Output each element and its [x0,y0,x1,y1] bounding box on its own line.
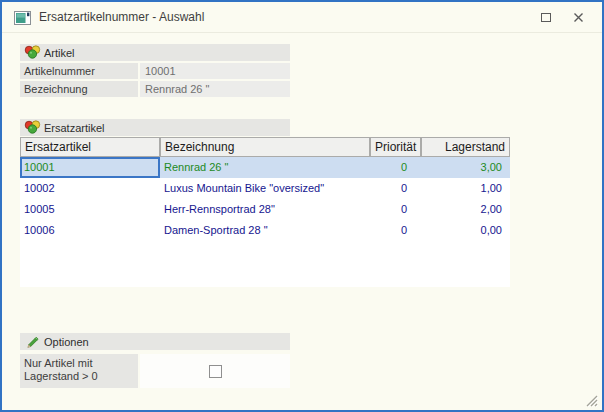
cell-bezeichnung[interactable]: Herr-Rennsportrad 28" [160,199,370,220]
maximize-icon [541,13,551,22]
column-header-lagerstand[interactable]: Lagerstand [421,137,510,157]
maximize-button[interactable] [534,6,558,28]
window-title: Ersatzartikelnummer - Auswahl [39,10,534,24]
column-header-bezeichnung[interactable]: Bezeichnung [160,137,370,157]
bezeichnung-label: Bezeichnung [20,81,140,97]
optionen-section-header: Optionen [20,333,290,350]
ersatzartikel-table: Ersatzartikel Bezeichnung Priorität Lage… [20,137,510,287]
form-window-icon [14,10,31,25]
optionen-section-title: Optionen [44,336,89,348]
cell-bezeichnung[interactable]: Luxus Mountain Bike "oversized" [160,178,370,199]
cell-lagerstand[interactable]: 1,00 [421,178,510,199]
cell-ersatzartikel[interactable]: 10001 [20,157,160,178]
ersatzartikel-section-header: Ersatzartikel [20,119,290,136]
table-row[interactable]: 10001 Rennrad 26 " 0 3,00 [20,157,510,178]
colored-balls-icon [24,45,41,60]
cell-prioritaet[interactable]: 0 [370,178,421,199]
column-header-ersatzartikel[interactable]: Ersatzartikel [20,137,160,157]
option-label-line2: Lagerstand > 0 [24,370,98,382]
cell-ersatzartikel[interactable]: 10002 [20,178,160,199]
bezeichnung-value: Rennrad 26 " [140,81,290,97]
lagerstand-filter-checkbox[interactable] [209,365,222,378]
cell-bezeichnung[interactable]: Rennrad 26 " [160,157,370,178]
cell-prioritaet[interactable]: 0 [370,157,421,178]
cell-ersatzartikel[interactable]: 10005 [20,199,160,220]
table-header-row: Ersatzartikel Bezeichnung Priorität Lage… [20,137,510,157]
close-icon [573,12,584,23]
artikelnummer-row: Artikelnummer 10001 [20,63,290,79]
artikelnummer-value: 10001 [140,63,290,79]
option-row: Nur Artikel mit Lagerstand > 0 [20,354,290,388]
option-checkbox-cell [140,354,290,388]
option-label-line1: Nur Artikel mit [24,357,92,369]
titlebar[interactable]: Ersatzartikelnummer - Auswahl [2,2,602,33]
green-pencil-icon [24,334,41,349]
cell-prioritaet[interactable]: 0 [370,220,421,241]
artikel-section-title: Artikel [44,47,75,59]
cell-lagerstand[interactable]: 2,00 [421,199,510,220]
artikelnummer-label: Artikelnummer [20,63,140,79]
cell-lagerstand[interactable]: 0,00 [421,220,510,241]
artikel-section-header: Artikel [20,44,290,61]
table-row[interactable]: 10005 Herr-Rennsportrad 28" 0 2,00 [20,199,510,220]
cell-ersatzartikel[interactable]: 10006 [20,220,160,241]
table-row[interactable]: 10002 Luxus Mountain Bike "oversized" 0 … [20,178,510,199]
resize-grip[interactable] [583,392,599,408]
ersatzartikel-section-title: Ersatzartikel [44,122,105,134]
option-label: Nur Artikel mit Lagerstand > 0 [20,354,140,388]
dialog-window: Ersatzartikelnummer - Auswahl Artikel Ar… [0,0,604,412]
cell-lagerstand[interactable]: 3,00 [421,157,510,178]
table-row[interactable]: 10006 Damen-Sportrad 28 " 0 0,00 [20,220,510,241]
column-header-prioritaet[interactable]: Priorität [370,137,421,157]
colored-balls-icon [24,120,41,135]
cell-prioritaet[interactable]: 0 [370,199,421,220]
cell-bezeichnung[interactable]: Damen-Sportrad 28 " [160,220,370,241]
bezeichnung-row: Bezeichnung Rennrad 26 " [20,81,290,97]
close-button[interactable] [566,6,590,28]
